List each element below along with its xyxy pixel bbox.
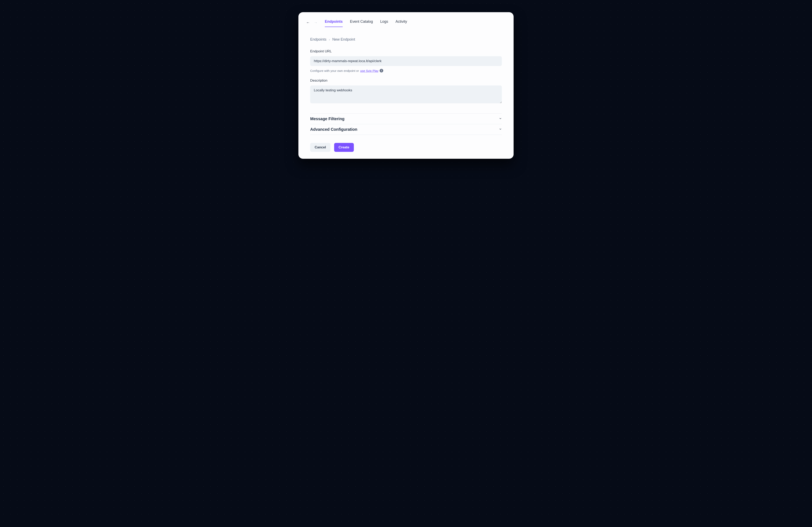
form-footer: Cancel Create: [310, 143, 502, 152]
accordion-group: Message Filtering Advanced Configuration: [310, 114, 502, 135]
cancel-button[interactable]: Cancel: [310, 143, 331, 152]
form-content: Endpoints › New Endpoint Endpoint URL Co…: [305, 38, 507, 152]
tab-endpoints[interactable]: Endpoints: [325, 18, 343, 27]
arrow-left-icon: ←: [306, 21, 310, 24]
description-label: Description: [310, 78, 502, 83]
tab-activity[interactable]: Activity: [395, 18, 407, 27]
top-nav: ← → Endpoints Event Catalog Logs Activit…: [305, 18, 507, 27]
nav-back-button[interactable]: ←: [305, 20, 310, 25]
chevron-down-icon: [499, 117, 502, 121]
nav-tabs: Endpoints Event Catalog Logs Activity: [325, 18, 407, 27]
accordion-title: Advanced Configuration: [310, 127, 357, 132]
accordion-message-filtering[interactable]: Message Filtering: [310, 114, 502, 124]
endpoint-url-input[interactable]: [310, 56, 502, 66]
info-icon[interactable]: i: [380, 69, 383, 72]
arrow-right-icon: →: [314, 21, 318, 24]
use-svix-play-link[interactable]: use Svix Play: [360, 69, 378, 72]
create-button[interactable]: Create: [334, 143, 354, 152]
breadcrumb-root[interactable]: Endpoints: [310, 38, 327, 42]
new-endpoint-card: ← → Endpoints Event Catalog Logs Activit…: [299, 12, 513, 159]
accordion-title: Message Filtering: [310, 117, 345, 121]
description-textarea[interactable]: [310, 86, 502, 103]
tab-event-catalog[interactable]: Event Catalog: [350, 18, 373, 27]
breadcrumb-current: New Endpoint: [332, 38, 355, 42]
endpoint-url-label: Endpoint URL: [310, 49, 502, 54]
chevron-right-icon: ›: [329, 38, 330, 41]
tab-logs[interactable]: Logs: [380, 18, 388, 27]
endpoint-url-helper: Configure with your own endpoint or use …: [310, 69, 502, 72]
breadcrumb: Endpoints › New Endpoint: [310, 38, 502, 42]
helper-prefix: Configure with your own endpoint or: [310, 69, 359, 72]
accordion-advanced-configuration[interactable]: Advanced Configuration: [310, 124, 502, 135]
nav-forward-button[interactable]: →: [313, 20, 318, 25]
chevron-down-icon: [499, 128, 502, 131]
